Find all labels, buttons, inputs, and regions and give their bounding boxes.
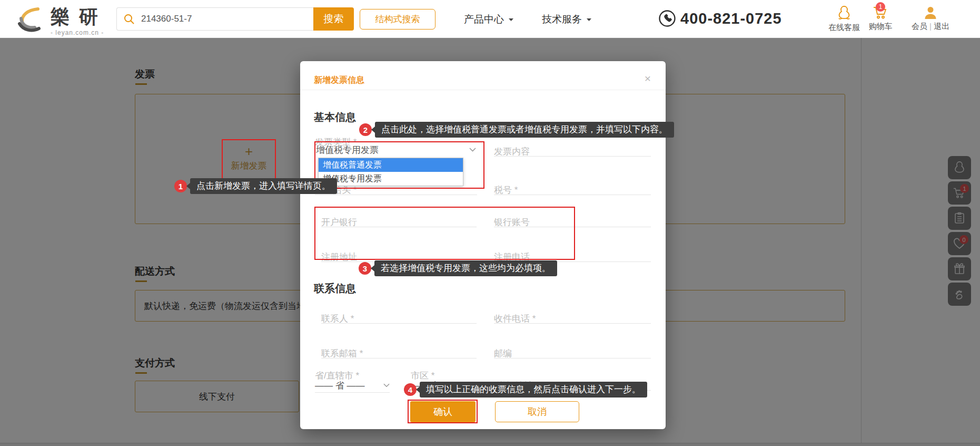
step-3-text: 若选择增值税专用发票，这些均为必填项。 [374, 260, 557, 276]
cart-badge: 1 [876, 2, 885, 12]
province-select[interactable]: —— 省 —— [315, 379, 390, 393]
qq-penguin-icon [837, 5, 852, 21]
brand-name: 樂研 [51, 4, 107, 30]
brand-domain: - leyan.com.cn - [51, 29, 107, 36]
search-icon [123, 13, 135, 25]
step-4-text: 填写以上正确的收票信息，然后点击确认进入下一步。 [420, 382, 647, 397]
tax-no-field[interactable]: 税号 * [494, 184, 651, 195]
step-2-badge: 2 [359, 123, 372, 136]
cart-icon: 1 [873, 5, 888, 20]
contact-name-field[interactable]: 联系人 * [321, 313, 477, 324]
bank-name-field[interactable]: 开户银行 [321, 216, 477, 227]
search-button[interactable]: 搜索 [313, 7, 354, 31]
logo-swoosh-icon [15, 7, 45, 34]
search-input[interactable]: 214360-51-7 [116, 7, 313, 31]
option-vat-special[interactable]: 增值税专用发票 [319, 172, 463, 186]
cancel-button[interactable]: 取消 [495, 401, 579, 422]
invoice-content-field[interactable]: 发票内容 [494, 146, 651, 157]
chevron-down-icon [586, 18, 592, 22]
page: 樂研 - leyan.com.cn - 214360-51-7 搜索 结构式搜索… [0, 0, 980, 446]
modal-title: 新增发票信息 [314, 75, 364, 86]
chevron-down-icon [383, 383, 390, 387]
chevron-down-icon [508, 18, 514, 22]
basic-info-heading: 基本信息 [314, 110, 356, 124]
step-3-badge: 3 [359, 262, 371, 275]
step-1-text: 点击新增发票，进入填写详情页。 [190, 178, 337, 194]
add-invoice-modal: 新增发票信息 × 基本信息 发票类型 * 增值税专用发票 发票抬头 * 增值税普… [300, 61, 666, 429]
option-vat-normal[interactable]: 增值税普通发票 [319, 158, 463, 172]
member-link[interactable]: 会员 [912, 22, 927, 31]
confirm-button[interactable]: 确认 [410, 401, 476, 422]
postcode-field[interactable]: 邮编 [494, 347, 651, 358]
contact-info-heading: 联系信息 [314, 282, 356, 296]
divider [300, 90, 666, 90]
step-2-text: 点击此处，选择增值税普通发票或者增值税专用发票，并填写以下内容。 [375, 122, 674, 138]
phone-icon [658, 9, 676, 27]
step-4-badge: 4 [404, 383, 417, 396]
annotation-step-2: 2 点击此处，选择增值税普通发票或者增值税专用发票，并填写以下内容。 [359, 122, 674, 138]
invoice-type-dropdown: 增值税普通发票 增值税专用发票 [318, 158, 463, 186]
recv-phone-field[interactable]: 收件电话 * [494, 313, 651, 324]
hotline: 400-821-0725 [658, 9, 782, 27]
cart-quick[interactable]: 1 购物车 [861, 5, 900, 32]
close-icon[interactable]: × [645, 73, 651, 84]
annotation-step-1: 1 点击新增发票，进入填写详情页。 [174, 178, 337, 194]
invoice-type-select[interactable]: 增值税专用发票 [316, 143, 476, 157]
nav-product-center[interactable]: 产品中心 [464, 13, 514, 26]
site-logo[interactable]: 樂研 - leyan.com.cn - [15, 4, 107, 36]
step-1-badge: 1 [174, 180, 187, 192]
chevron-down-icon [469, 148, 476, 152]
nav-tech-service[interactable]: 技术服务 [542, 13, 592, 26]
phone-number: 400-821-0725 [680, 10, 782, 27]
structure-search-button[interactable]: 结构式搜索 [360, 9, 435, 30]
search-value: 214360-51-7 [141, 14, 192, 24]
contact-email-field[interactable]: 联系邮箱 * [321, 347, 477, 358]
online-service[interactable]: 在线客服 [825, 5, 864, 33]
logout-link[interactable]: 退出 [934, 22, 949, 31]
annotation-step-4: 4 填写以上正确的收票信息，然后点击确认进入下一步。 [404, 382, 647, 397]
annotation-step-3: 3 若选择增值税专用发票，这些均为必填项。 [359, 260, 557, 276]
user-icon [923, 5, 938, 20]
bank-account-field[interactable]: 银行账号 [494, 216, 651, 227]
top-header: 樂研 - leyan.com.cn - 214360-51-7 搜索 结构式搜索… [0, 0, 980, 38]
member-area[interactable]: 会员 | 退出 [907, 5, 954, 32]
